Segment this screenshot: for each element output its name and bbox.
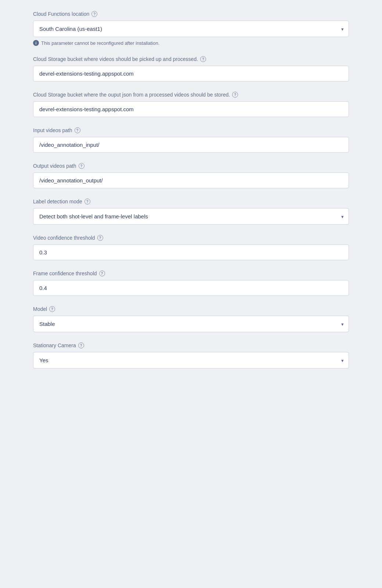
- cloud-functions-notice: i This parameter cannot be reconfigured …: [33, 40, 349, 46]
- label-detection-mode-help-icon[interactable]: ?: [84, 199, 90, 204]
- stationary-camera-label: Stationary Camera ?: [33, 342, 349, 348]
- output-bucket-help-icon[interactable]: ?: [232, 92, 238, 98]
- cloud-functions-notice-text: This parameter cannot be reconfigured af…: [41, 40, 159, 46]
- output-bucket-section: Cloud Storage bucket where the ouput jso…: [33, 92, 349, 117]
- input-videos-path-section: Input videos path ? /video_annotation_in…: [33, 127, 349, 153]
- stationary-camera-select[interactable]: Yes No: [33, 352, 349, 369]
- label-detection-mode-select[interactable]: Detect both shot-level and frame-level l…: [33, 208, 349, 225]
- output-videos-path-help-icon[interactable]: ?: [79, 163, 84, 169]
- cloud-functions-location-section: Cloud Functions location ? South Carolin…: [33, 11, 349, 46]
- input-videos-path-help-icon[interactable]: ?: [75, 127, 80, 133]
- video-confidence-threshold-label-text: Video confidence threshold: [33, 235, 95, 241]
- output-videos-path-field[interactable]: /video_annotation_output/: [33, 173, 349, 188]
- video-confidence-threshold-help-icon[interactable]: ?: [97, 235, 103, 241]
- output-videos-path-label: Output videos path ?: [33, 163, 349, 169]
- cloud-functions-location-select-wrapper: South Carolina (us-east1) Iowa (us-centr…: [33, 21, 349, 37]
- model-section: Model ? Stable Latest ▾: [33, 306, 349, 332]
- output-bucket-field[interactable]: devrel-extensions-testing.appspot.com: [33, 101, 349, 117]
- model-label-text: Model: [33, 306, 47, 312]
- stationary-camera-help-icon[interactable]: ?: [78, 342, 84, 348]
- frame-confidence-threshold-section: Frame confidence threshold ? 0.4: [33, 271, 349, 296]
- input-bucket-label-text: Cloud Storage bucket where videos should…: [33, 56, 198, 62]
- label-detection-mode-section: Label detection mode ? Detect both shot-…: [33, 199, 349, 225]
- input-bucket-label: Cloud Storage bucket where videos should…: [33, 56, 349, 62]
- video-confidence-threshold-section: Video confidence threshold ? 0.3: [33, 235, 349, 260]
- stationary-camera-label-text: Stationary Camera: [33, 342, 76, 348]
- cloud-functions-location-label: Cloud Functions location ?: [33, 11, 349, 17]
- stationary-camera-select-wrapper: Yes No ▾: [33, 352, 349, 369]
- input-videos-path-label: Input videos path ?: [33, 127, 349, 133]
- model-label: Model ?: [33, 306, 349, 312]
- output-videos-path-section: Output videos path ? /video_annotation_o…: [33, 163, 349, 188]
- frame-confidence-threshold-help-icon[interactable]: ?: [99, 271, 105, 276]
- stationary-camera-section: Stationary Camera ? Yes No ▾: [33, 342, 349, 369]
- frame-confidence-threshold-field[interactable]: 0.4: [33, 280, 349, 296]
- video-confidence-threshold-field[interactable]: 0.3: [33, 244, 349, 260]
- frame-confidence-threshold-label: Frame confidence threshold ?: [33, 271, 349, 276]
- model-help-icon[interactable]: ?: [49, 306, 55, 312]
- model-select[interactable]: Stable Latest: [33, 316, 349, 332]
- model-select-wrapper: Stable Latest ▾: [33, 316, 349, 332]
- input-bucket-help-icon[interactable]: ?: [200, 56, 206, 62]
- output-videos-path-label-text: Output videos path: [33, 163, 76, 169]
- input-bucket-section: Cloud Storage bucket where videos should…: [33, 56, 349, 81]
- output-bucket-label: Cloud Storage bucket where the ouput jso…: [33, 92, 349, 98]
- label-detection-mode-label: Label detection mode ?: [33, 199, 349, 204]
- label-detection-mode-label-text: Label detection mode: [33, 199, 82, 204]
- video-confidence-threshold-label: Video confidence threshold ?: [33, 235, 349, 241]
- label-detection-mode-select-wrapper: Detect both shot-level and frame-level l…: [33, 208, 349, 225]
- input-videos-path-label-text: Input videos path: [33, 127, 72, 133]
- cloud-functions-location-select[interactable]: South Carolina (us-east1) Iowa (us-centr…: [33, 21, 349, 37]
- cloud-functions-location-help-icon[interactable]: ?: [91, 11, 97, 17]
- info-icon: i: [33, 40, 39, 46]
- cloud-functions-location-label-text: Cloud Functions location: [33, 11, 89, 17]
- input-bucket-field[interactable]: devrel-extensions-testing.appspot.com: [33, 66, 349, 81]
- output-bucket-label-text: Cloud Storage bucket where the ouput jso…: [33, 92, 230, 98]
- input-videos-path-field[interactable]: /video_annotation_input/: [33, 137, 349, 153]
- frame-confidence-threshold-label-text: Frame confidence threshold: [33, 271, 97, 276]
